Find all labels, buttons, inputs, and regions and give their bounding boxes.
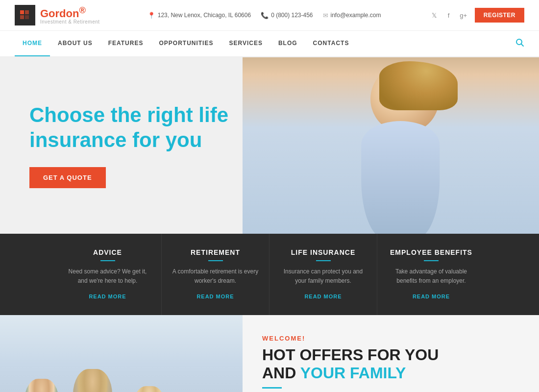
svg-rect-0: [20, 10, 24, 14]
email-icon: ✉: [323, 12, 328, 19]
nav-item-opportunities[interactable]: OPPORTUNITIES: [151, 31, 221, 56]
nav-item-services[interactable]: SERVICES: [221, 31, 270, 56]
nav-link-blog[interactable]: BLOG: [270, 31, 305, 55]
logo-icon: [15, 5, 35, 25]
feature-employee-benefits: EMPLOYEE BENEFITS Take advantage of valu…: [377, 234, 485, 315]
nav-link-contacts[interactable]: CONTACTS: [305, 31, 357, 55]
hero-section: Choose the right life insurance for you …: [0, 57, 539, 234]
hero-title: Choose the right life insurance for you: [29, 103, 228, 152]
svg-rect-3: [25, 15, 29, 19]
feature-retirement-text: A comfortable retirement is every worker…: [172, 267, 259, 286]
hero-content: Choose the right life insurance for you …: [0, 103, 258, 188]
welcome-section: WELCOME! HOT OFFERS FOR YOU AND YOUR FAM…: [0, 315, 539, 392]
welcome-title-highlight: YOUR FAMILY: [300, 364, 406, 382]
feature-life-link[interactable]: READ MORE: [304, 294, 342, 299]
email-info[interactable]: ✉ info@example.com: [323, 12, 381, 19]
feature-life-insurance: LIFE INSURANCE Insurance can protect you…: [270, 234, 377, 315]
brand-tagline: Investment & Retirement: [40, 19, 100, 24]
svg-line-5: [521, 44, 524, 46]
top-right: 𝕏 f g+ REGISTER: [429, 8, 524, 23]
svg-rect-2: [20, 15, 24, 19]
googleplus-icon[interactable]: g+: [458, 10, 469, 21]
feature-retirement: RETIREMENT A comfortable retirement is e…: [162, 234, 270, 315]
nav-item-features[interactable]: FEATURES: [100, 31, 151, 56]
features-bar: ADVICE Need some advice? We get it, and …: [0, 234, 539, 315]
feature-advice-divider: [100, 260, 115, 261]
welcome-divider: [262, 387, 282, 389]
nav-bar: HOME ABOUT US FEATURES OPPORTUNITIES SER…: [0, 31, 539, 57]
feature-life-title: LIFE INSURANCE: [279, 248, 367, 256]
nav-link-features[interactable]: FEATURES: [100, 31, 151, 55]
welcome-title-line2-plain: AND: [262, 364, 300, 382]
nav-links: HOME ABOUT US FEATURES OPPORTUNITIES SER…: [15, 31, 357, 56]
feature-employee-title: EMPLOYEE BENEFITS: [387, 248, 475, 256]
email-text: info@example.com: [331, 12, 381, 19]
welcome-title-line1: HOT OFFERS FOR YOU: [262, 346, 439, 364]
nav-link-about[interactable]: ABOUT US: [50, 31, 100, 55]
nav-link-services[interactable]: SERVICES: [221, 31, 270, 55]
social-icons: 𝕏 f g+: [429, 10, 469, 21]
feature-advice-link[interactable]: READ MORE: [89, 294, 126, 299]
phone-icon: 📞: [261, 12, 269, 19]
feature-employee-link[interactable]: READ MORE: [413, 294, 450, 299]
hero-hair: [379, 61, 458, 110]
nav-item-home[interactable]: HOME: [15, 31, 50, 56]
get-quote-button[interactable]: GET A QUOTE: [29, 167, 106, 188]
feature-retirement-title: RETIREMENT: [172, 248, 259, 256]
twitter-icon[interactable]: 𝕏: [429, 10, 440, 21]
address-text: 123, New Lenox, Chicago, IL 60606: [158, 12, 251, 19]
brand-name: Gordon®: [40, 6, 100, 19]
feature-advice: ADVICE Need some advice? We get it, and …: [54, 234, 162, 315]
welcome-title: HOT OFFERS FOR YOU AND YOUR FAMILY: [262, 346, 519, 382]
search-icon[interactable]: [515, 38, 524, 49]
feature-life-divider: [316, 260, 331, 261]
top-bar: Gordon® Investment & Retirement 📍 123, N…: [0, 0, 539, 31]
svg-rect-1: [25, 10, 29, 14]
location-icon: 📍: [147, 12, 155, 19]
feature-employee-text: Take advantage of valuable benefits from…: [387, 267, 475, 286]
feature-employee-divider: [424, 260, 439, 261]
family-figure: [0, 315, 243, 392]
hero-person-image: [243, 57, 539, 234]
hero-image: [243, 57, 539, 234]
feature-advice-text: Need some advice? We get it, and we're h…: [64, 267, 151, 286]
welcome-label: WELCOME!: [262, 335, 519, 342]
feature-retirement-link[interactable]: READ MORE: [196, 294, 234, 299]
logo[interactable]: Gordon® Investment & Retirement: [15, 5, 100, 25]
register-button[interactable]: REGISTER: [475, 8, 524, 23]
feature-retirement-divider: [208, 260, 223, 261]
feature-life-text: Insurance can protect you and your famil…: [279, 267, 367, 286]
contact-info: 📍 123, New Lenox, Chicago, IL 60606 📞 0 …: [147, 12, 381, 19]
address-info: 📍 123, New Lenox, Chicago, IL 60606: [147, 12, 251, 19]
phone-text: 0 (800) 123-456: [271, 12, 313, 19]
nav-item-about[interactable]: ABOUT US: [50, 31, 100, 56]
phone-info[interactable]: 📞 0 (800) 123-456: [261, 12, 313, 19]
feature-advice-title: ADVICE: [64, 248, 151, 256]
nav-item-blog[interactable]: BLOG: [270, 31, 305, 56]
facebook-icon[interactable]: f: [443, 10, 454, 21]
welcome-content: WELCOME! HOT OFFERS FOR YOU AND YOUR FAM…: [243, 315, 539, 392]
nav-item-contacts[interactable]: CONTACTS: [305, 31, 357, 56]
welcome-image: [0, 315, 243, 392]
child-figure-1: [133, 386, 165, 392]
nav-link-home[interactable]: HOME: [15, 31, 50, 56]
nav-link-opportunities[interactable]: OPPORTUNITIES: [151, 31, 221, 55]
